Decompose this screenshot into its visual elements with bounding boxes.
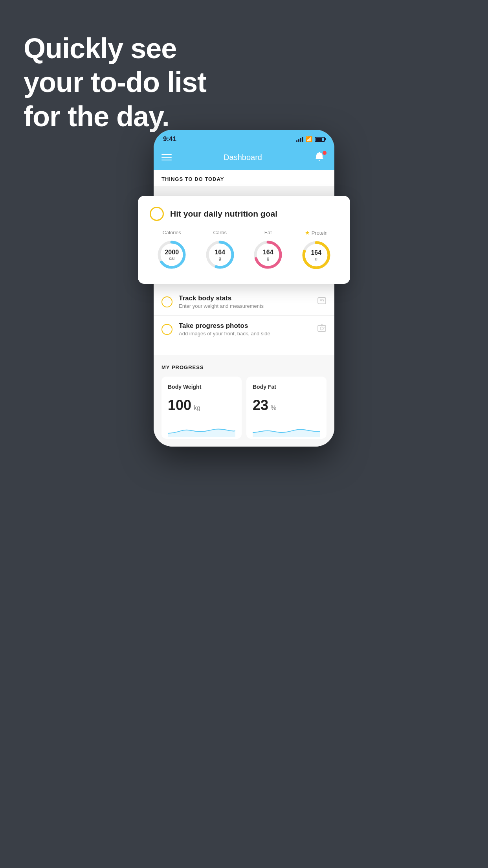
fat-value: 164 (263, 249, 273, 256)
star-icon: ★ (305, 230, 310, 236)
progress-section-title: MY PROGRESS (161, 364, 327, 370)
svg-point-1 (323, 300, 324, 302)
carbs-donut: 164 g (204, 239, 236, 271)
nutrition-carbs: Carbs 164 g (204, 230, 236, 271)
hero-line-2: your to-do list (24, 65, 206, 99)
body-fat-chart (253, 421, 320, 437)
section-title: THINGS TO DO TODAY (161, 176, 327, 182)
todo-subtitle-progress-photos: Add images of your front, back, and side (179, 331, 311, 337)
carbs-value: 164 (215, 249, 225, 256)
hero-line-1: Quickly see (24, 31, 206, 65)
protein-label: ★ Protein (305, 230, 328, 236)
scale-icon (317, 296, 327, 307)
todo-title-body-stats: Track body stats (179, 294, 311, 302)
body-weight-title: Body Weight (168, 384, 235, 390)
photo-icon (317, 324, 327, 335)
body-fat-value: 23 (253, 397, 268, 414)
wifi-icon: 📶 (306, 136, 312, 142)
battery-icon (315, 137, 325, 142)
svg-point-4 (324, 327, 325, 327)
section-header: THINGS TO DO TODAY (154, 170, 334, 186)
todo-item-progress-photos[interactable]: Take progress photos Add images of your … (154, 316, 334, 343)
nutrition-protein: ★ Protein 164 g (300, 230, 332, 271)
svg-point-3 (320, 327, 323, 330)
protein-unit: g (311, 256, 321, 261)
carbs-unit: g (215, 256, 225, 261)
carbs-label: Carbs (213, 230, 227, 235)
signal-icon (296, 136, 303, 142)
body-fat-unit: % (271, 405, 276, 412)
fat-unit: g (263, 256, 273, 261)
status-icons: 📶 (296, 136, 325, 142)
todo-subtitle-body-stats: Enter your weight and measurements (179, 303, 311, 309)
fat-label: Fat (264, 230, 272, 235)
hero-text: Quickly see your to-do list for the day. (24, 31, 206, 133)
calories-label: Calories (162, 230, 181, 235)
fat-donut: 164 g (252, 239, 284, 271)
body-weight-chart (168, 421, 235, 437)
body-weight-card[interactable]: Body Weight 100 kg (161, 377, 242, 439)
protein-value: 164 (311, 249, 321, 256)
goal-circle-check (150, 207, 164, 221)
body-fat-card[interactable]: Body Fat 23 % (246, 377, 327, 439)
svg-rect-2 (318, 326, 326, 331)
status-bar: 9:41 📶 (154, 130, 334, 147)
calories-donut: 2000 cal (156, 239, 188, 271)
progress-cards: Body Weight 100 kg Body Fat 23 % (161, 377, 327, 439)
todo-title-progress-photos: Take progress photos (179, 322, 311, 330)
hero-line-3: for the day. (24, 99, 206, 133)
status-time: 9:41 (163, 135, 176, 143)
todo-circle-progress-photos (161, 324, 172, 335)
calories-unit: cal (165, 256, 179, 261)
notification-dot (323, 151, 327, 155)
notification-bell-icon[interactable] (314, 151, 327, 164)
body-weight-unit: kg (194, 405, 200, 412)
todo-item-body-stats[interactable]: Track body stats Enter your weight and m… (154, 288, 334, 316)
card-title: Hit your daily nutrition goal (170, 209, 277, 219)
progress-section: MY PROGRESS Body Weight 100 kg Body Fat … (154, 355, 334, 447)
nutrition-fat: Fat 164 g (252, 230, 284, 271)
header-title: Dashboard (224, 153, 262, 162)
nutrition-goal-card: Hit your daily nutrition goal Calories 2… (138, 196, 350, 284)
nutrition-calories: Calories 2000 cal (156, 230, 188, 271)
hamburger-menu[interactable] (161, 154, 172, 160)
todo-circle-body-stats (161, 296, 172, 307)
calories-value: 2000 (165, 249, 179, 256)
protein-donut: 164 g (300, 239, 332, 271)
body-weight-value: 100 (168, 397, 191, 414)
nutrition-grid: Calories 2000 cal Carbs (150, 230, 338, 271)
app-header: Dashboard (154, 147, 334, 170)
phone-mockup: 9:41 📶 Dashboard (154, 130, 334, 447)
body-fat-title: Body Fat (253, 384, 320, 390)
